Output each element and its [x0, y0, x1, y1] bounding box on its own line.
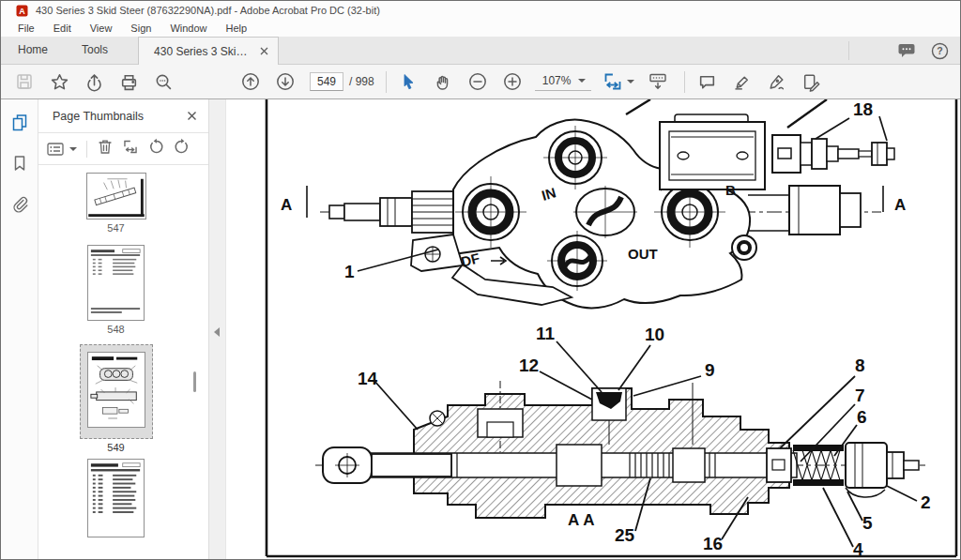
comment-button[interactable] — [694, 69, 719, 94]
callout-6: 6 — [857, 407, 867, 427]
port-b-label: B — [725, 182, 736, 198]
valve-top-view: A A — [281, 99, 906, 308]
rotate-ccw-button[interactable] — [147, 138, 165, 159]
highlight-button[interactable] — [729, 69, 754, 94]
fit-width-chevron-icon[interactable] — [627, 80, 634, 83]
tab-document-label: 430 Series 3 Skid St... — [154, 45, 251, 58]
thumbnail-548[interactable]: 548 — [87, 245, 145, 335]
callout-14: 14 — [358, 369, 378, 388]
df-flow-arrow — [491, 257, 506, 265]
delete-pages-button[interactable] — [97, 138, 114, 159]
save-button[interactable] — [12, 69, 37, 94]
menu-file[interactable]: File — [8, 23, 44, 34]
zoom-level-dropdown[interactable]: 107% — [535, 72, 592, 91]
toolbar-separator-2 — [684, 71, 685, 93]
fit-width-button[interactable] — [601, 69, 625, 94]
valve-section-view: AA 14 12 11 10 9 8 7 6 — [315, 324, 931, 559]
tabbar-separator — [848, 41, 849, 60]
section-marker-a-left: A — [281, 196, 292, 214]
next-page-button[interactable] — [273, 69, 297, 94]
options-button[interactable] — [46, 141, 77, 158]
callout-11: 11 — [536, 324, 556, 343]
toolbar-separator — [386, 71, 387, 93]
callout-2: 2 — [921, 492, 931, 512]
callout-5: 5 — [862, 513, 873, 533]
spring-adjuster-assembly — [767, 443, 919, 497]
panel-scrollbar[interactable] — [193, 371, 196, 392]
close-tab-icon[interactable] — [260, 47, 268, 55]
acrobat-app-icon: A — [16, 5, 28, 17]
thumbnail-547[interactable]: 547 — [86, 173, 146, 234]
previous-page-button[interactable] — [238, 69, 263, 94]
zoom-in-button[interactable] — [500, 69, 525, 94]
share-button[interactable] — [82, 69, 106, 94]
menu-help[interactable]: Help — [217, 23, 257, 34]
attachments-icon[interactable] — [8, 193, 31, 216]
thumbnail-549[interactable]: 549 — [80, 344, 153, 453]
collapse-panel-icon[interactable] — [214, 327, 220, 337]
help-icon[interactable]: ? — [931, 42, 949, 60]
thumbnail-549-selection — [80, 344, 153, 439]
thumbnail-preview-549 — [87, 352, 145, 428]
thumbnail-preview-550 — [87, 459, 145, 537]
panel-close-icon[interactable] — [187, 111, 197, 121]
tab-document[interactable]: 430 Series 3 Skid St... — [138, 37, 279, 65]
title-bar: A 430 Series 3 Skid Steer (87632290NA).p… — [1, 1, 960, 20]
callout-1: 1 — [344, 262, 355, 281]
rotate-cw-button[interactable] — [173, 138, 191, 159]
zoom-value: 107% — [542, 74, 572, 87]
panel-splitter[interactable] — [209, 99, 226, 559]
callout-25: 25 — [615, 525, 635, 545]
callout-4: 4 — [853, 539, 863, 559]
fill-sign-button[interactable] — [799, 69, 823, 94]
callout-9: 9 — [705, 360, 715, 380]
menu-sign[interactable]: Sign — [121, 23, 160, 34]
page-number-input[interactable]: 549 — [310, 72, 343, 91]
navigation-rail — [1, 99, 38, 559]
thumbnail-preview-548 — [87, 245, 145, 321]
print-button[interactable] — [116, 69, 141, 94]
svg-text:A: A — [19, 7, 25, 16]
menu-window[interactable]: Window — [160, 23, 216, 34]
split-pages-button[interactable] — [121, 138, 140, 159]
port-df-label: DF — [459, 250, 481, 269]
thumbnail-preview-547 — [86, 173, 146, 219]
menu-view[interactable]: View — [81, 23, 122, 34]
menu-bar: File Edit View Sign Window Help — [1, 20, 960, 37]
port-out-label: OUT — [628, 246, 658, 262]
thumbnail-549-label: 549 — [107, 442, 124, 453]
menu-edit[interactable]: Edit — [44, 23, 81, 34]
options-chevron-icon — [69, 147, 77, 151]
page-total: 998 — [356, 75, 374, 88]
panel-tools-separator — [86, 141, 87, 158]
callout-8: 8 — [855, 356, 865, 375]
favorite-star-button[interactable] — [47, 69, 71, 94]
callout-10: 10 — [645, 325, 664, 344]
acrobat-window: A 430 Series 3 Skid Steer (87632290NA).p… — [0, 0, 961, 560]
comments-icon[interactable] — [897, 42, 916, 59]
document-view[interactable]: A A — [226, 99, 960, 559]
select-tool-button[interactable] — [396, 69, 420, 94]
search-button[interactable] — [151, 69, 175, 94]
relief-valve-assembly — [772, 135, 894, 173]
zoom-out-button[interactable] — [465, 69, 490, 94]
tab-tools[interactable]: Tools — [65, 37, 125, 64]
thumbnail-550[interactable] — [87, 459, 145, 537]
page-thumbnails-icon[interactable] — [8, 111, 31, 133]
svg-text:?: ? — [937, 45, 942, 56]
bookmarks-icon[interactable] — [8, 152, 31, 174]
section-view-label: AA — [568, 511, 599, 529]
callout-12: 12 — [519, 356, 539, 375]
tab-bar: Home Tools 430 Series 3 Skid St... ? — [1, 37, 960, 65]
sign-button[interactable] — [764, 69, 788, 94]
main-toolbar: 549 / 998 107% — [1, 65, 960, 99]
tab-home[interactable]: Home — [1, 37, 65, 64]
hand-tool-button[interactable] — [431, 69, 455, 94]
chevron-down-icon — [578, 79, 586, 83]
thumbnail-547-label: 547 — [107, 222, 124, 234]
window-title: 430 Series 3 Skid Steer (87632290NA).pdf… — [36, 5, 380, 16]
callout-16: 16 — [703, 534, 723, 553]
page-divider: / — [349, 75, 352, 88]
page-scroll-button[interactable] — [646, 69, 670, 94]
callout-18: 18 — [853, 99, 873, 119]
